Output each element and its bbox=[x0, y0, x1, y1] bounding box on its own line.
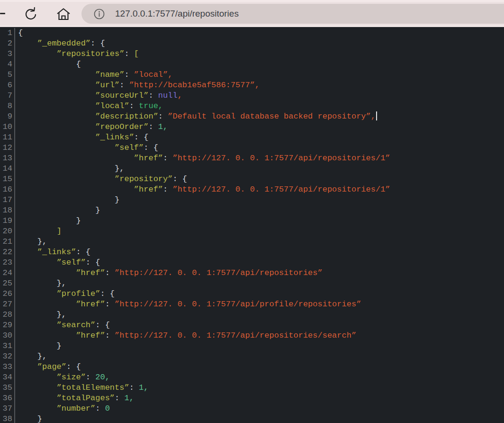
code-line: 8 ”local”: true, bbox=[0, 101, 504, 111]
line-number: 11 bbox=[0, 132, 15, 143]
token-p: }, bbox=[18, 164, 124, 173]
token-k: ”repository” bbox=[115, 175, 172, 184]
code-line-text: ”page”: { bbox=[15, 362, 81, 372]
line-number: 25 bbox=[0, 278, 15, 289]
back-icon[interactable] bbox=[0, 13, 5, 14]
token-p: : { bbox=[76, 248, 90, 257]
token-p: } bbox=[18, 206, 100, 215]
line-number: 28 bbox=[0, 310, 15, 320]
line-number: 21 bbox=[0, 237, 15, 247]
code-line: 21 }, bbox=[0, 237, 504, 247]
token-p: }, bbox=[18, 310, 66, 319]
token-p: { bbox=[18, 28, 23, 37]
token-b: true, bbox=[139, 101, 163, 110]
site-info-button[interactable] bbox=[94, 9, 105, 19]
line-number: 9 bbox=[0, 111, 15, 122]
code-line-text: ”name”: ”local”, bbox=[15, 70, 172, 80]
line-number: 1 bbox=[0, 28, 15, 38]
token-k: ”sourceUrl” bbox=[95, 91, 148, 100]
line-number: 20 bbox=[0, 226, 15, 237]
line-number: 38 bbox=[0, 414, 15, 423]
code-line-text: ”local”: true, bbox=[15, 101, 163, 111]
token-p: : { bbox=[144, 143, 158, 152]
line-number: 22 bbox=[0, 247, 15, 257]
token-k: ”_embedded” bbox=[37, 39, 90, 48]
code-line: 16 ”href”: ”http://127. 0. 0. 1:7577/api… bbox=[0, 184, 504, 195]
token-s: ”http://127. 0. 0. 1:7577/api/repositori… bbox=[172, 154, 390, 163]
token-k: ”name” bbox=[95, 70, 124, 79]
code-line-text: { bbox=[15, 59, 81, 70]
line-number: 19 bbox=[0, 216, 15, 226]
token-p bbox=[18, 143, 115, 152]
code-line: 18 } bbox=[0, 205, 504, 216]
token-p bbox=[18, 227, 57, 236]
code-line: 19 } bbox=[0, 216, 504, 226]
line-number: 27 bbox=[0, 299, 15, 310]
line-number: 8 bbox=[0, 101, 15, 111]
token-p: : bbox=[86, 373, 95, 382]
line-number: 12 bbox=[0, 143, 15, 153]
home-button[interactable] bbox=[54, 5, 72, 23]
code-line: 37 ”number”: 0 bbox=[0, 404, 504, 414]
token-k: ”totalElements” bbox=[57, 383, 129, 392]
refresh-button[interactable] bbox=[22, 5, 40, 23]
info-icon bbox=[94, 9, 105, 19]
token-k: ”totalPages” bbox=[57, 394, 115, 403]
code-line-text: } bbox=[15, 205, 100, 216]
code-line-text: } bbox=[15, 216, 81, 226]
code-line: 35 ”totalElements”: 1, bbox=[0, 383, 504, 393]
line-number: 3 bbox=[0, 49, 15, 59]
token-p bbox=[18, 70, 95, 79]
address-bar[interactable]: 127.0.0.1:7577/api/repositories bbox=[81, 4, 504, 24]
token-m: 0 bbox=[105, 404, 110, 413]
code-line: 30 ”href”: ”http://127. 0. 0. 1:7577/api… bbox=[0, 331, 504, 341]
token-k: ”href” bbox=[76, 268, 105, 277]
code-line: 14 }, bbox=[0, 164, 504, 174]
token-p bbox=[18, 331, 76, 340]
code-line-text: }, bbox=[15, 164, 124, 174]
code-line-text: }, bbox=[15, 351, 47, 362]
token-k: ”href” bbox=[134, 185, 163, 194]
token-p bbox=[18, 122, 95, 131]
token-p: : bbox=[163, 154, 172, 163]
token-p: : bbox=[95, 404, 105, 413]
line-number: 24 bbox=[0, 268, 15, 278]
token-p: : bbox=[163, 185, 172, 194]
token-k: ”repositories” bbox=[57, 49, 125, 58]
token-p bbox=[18, 91, 95, 100]
code-line-text: ”sourceUrl”: null, bbox=[15, 91, 182, 101]
code-line: 10 ”repoOrder”: 1, bbox=[0, 122, 504, 132]
token-s: ”http://127. 0. 0. 1:7577/api/repositori… bbox=[172, 185, 390, 194]
token-k: ”self” bbox=[57, 258, 86, 267]
code-line: 36 ”totalPages”: 1, bbox=[0, 393, 504, 404]
line-number: 13 bbox=[0, 153, 15, 164]
token-p bbox=[18, 300, 76, 309]
code-line: 25 }, bbox=[0, 278, 504, 289]
code-line-text: ”href”: ”http://127. 0. 0. 1:7577/api/re… bbox=[15, 184, 390, 195]
line-number: 14 bbox=[0, 164, 15, 174]
line-number: 5 bbox=[0, 70, 15, 80]
token-p: : bbox=[129, 101, 139, 110]
code-line: 20 ] bbox=[0, 226, 504, 237]
token-p bbox=[18, 133, 95, 142]
code-line: 5 ”name”: ”local”, bbox=[0, 70, 504, 80]
code-line-text: ”href”: ”http://127. 0. 0. 1:7577/api/re… bbox=[15, 153, 390, 164]
code-line-text: ”size”: 20, bbox=[15, 372, 110, 383]
code-line: 22 ”_links”: { bbox=[0, 247, 504, 257]
line-number: 10 bbox=[0, 122, 15, 132]
code-line-text: ”_links”: { bbox=[15, 247, 90, 257]
token-p bbox=[18, 39, 37, 48]
code-line-text: ] bbox=[15, 226, 62, 237]
token-p bbox=[18, 394, 57, 403]
token-k: ”repoOrder” bbox=[95, 122, 148, 131]
code-line-text: ”search”: { bbox=[15, 320, 110, 331]
token-k: ”number” bbox=[57, 404, 96, 413]
token-k: ”_links” bbox=[95, 133, 134, 142]
token-k: ”href” bbox=[134, 154, 163, 163]
token-k: ”description” bbox=[95, 112, 158, 121]
token-s: , bbox=[178, 91, 182, 100]
token-k: ”profile” bbox=[57, 289, 100, 298]
token-p bbox=[18, 81, 95, 90]
token-p: } bbox=[18, 195, 119, 204]
token-p: } bbox=[18, 341, 62, 350]
